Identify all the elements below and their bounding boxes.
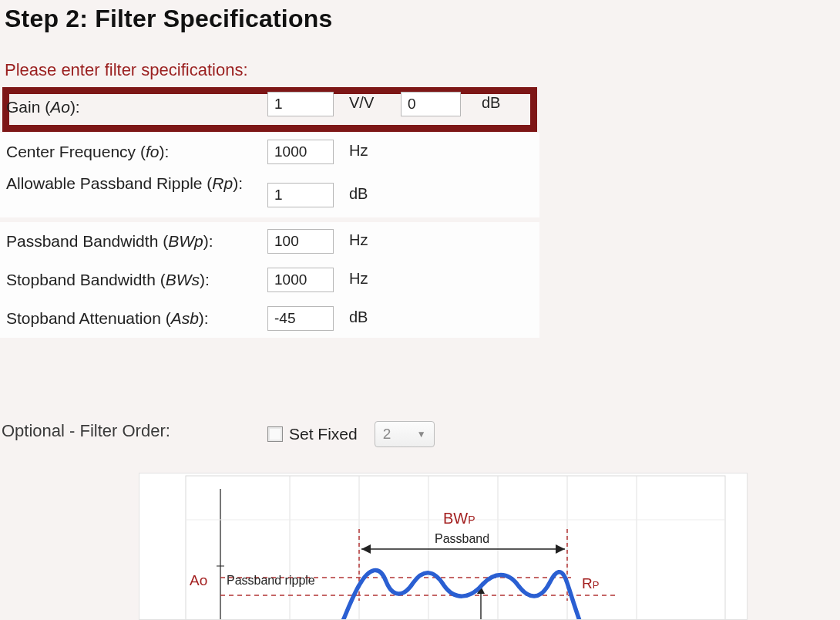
stopband-atten-input[interactable] — [267, 306, 334, 331]
stopband-bw-unit: Hz — [349, 270, 368, 288]
ripple-label: Allowable Passband Ripple (Rp): — [6, 174, 260, 193]
gain-unit-db: dB — [482, 94, 500, 112]
ripple-input[interactable] — [267, 183, 334, 207]
filter-response-diagram: Ao BWP Passband Passband ripple RP — [139, 473, 748, 620]
svg-rect-0 — [186, 476, 725, 620]
set-fixed-label: Set Fixed — [289, 425, 358, 443]
gain-input-db[interactable] — [401, 92, 461, 116]
center-freq-unit: Hz — [349, 142, 368, 160]
diagram-rp-label: RP — [582, 575, 599, 592]
filter-order-value: 2 — [383, 426, 391, 443]
filter-order-select[interactable]: 2 ▼ — [375, 421, 435, 447]
ripple-unit: dB — [349, 185, 368, 203]
center-freq-input[interactable] — [267, 140, 334, 164]
stopband-atten-unit: dB — [349, 308, 368, 326]
stopband-bw-input[interactable] — [267, 268, 334, 292]
prompt-text: Please enter filter specifications: — [5, 60, 248, 80]
passband-bw-input[interactable] — [267, 229, 334, 254]
specs-form: Gain (Ao): V/V dB Center Frequency (fo):… — [0, 85, 539, 339]
diagram-ao-label: Ao — [190, 572, 207, 589]
page-title: Step 2: Filter Specifications — [5, 5, 332, 33]
chevron-down-icon: ▼ — [417, 429, 426, 440]
passband-bw-label: Passband Bandwidth (BWp): — [6, 232, 260, 251]
diagram-passband-label: Passband — [435, 532, 489, 546]
gain-unit-vv: V/V — [349, 94, 374, 112]
stopband-atten-label: Stopband Attenuation (Asb): — [6, 309, 260, 328]
gain-input-vv[interactable] — [267, 92, 334, 116]
diagram-bwp-label: BWP — [443, 509, 475, 527]
gain-label: Gain (Ao): — [6, 98, 260, 116]
stopband-bw-label: Stopband Bandwidth (BWs): — [6, 271, 260, 289]
passband-bw-unit: Hz — [349, 231, 368, 249]
filter-order-label: Optional - Filter Order: — [2, 421, 170, 441]
center-freq-label: Center Frequency (fo): — [6, 143, 260, 161]
diagram-ripple-label: Passband ripple — [227, 574, 315, 588]
set-fixed-checkbox[interactable] — [267, 426, 283, 442]
